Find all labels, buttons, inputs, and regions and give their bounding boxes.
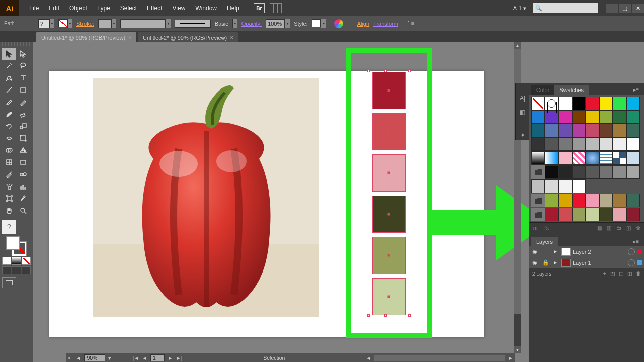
- swatch[interactable]: [545, 151, 558, 165]
- fill-dropdown[interactable]: ▼: [49, 19, 54, 28]
- layers-panel-menu[interactable]: ▸≡: [630, 237, 642, 246]
- swatch[interactable]: [545, 208, 558, 221]
- column-graph-tool[interactable]: [16, 180, 30, 193]
- target-icon[interactable]: [628, 248, 635, 255]
- window-maximize-button[interactable]: ▢: [619, 4, 631, 13]
- pathfinder-panel-icon[interactable]: ◧: [518, 108, 527, 117]
- locate-object-button[interactable]: ⌖: [603, 270, 606, 277]
- swatch[interactable]: [558, 97, 572, 110]
- swatch[interactable]: [613, 194, 626, 207]
- swatch[interactable]: [626, 151, 640, 165]
- new-folder-button[interactable]: 🗀: [616, 225, 621, 231]
- menu-select[interactable]: Select: [115, 1, 142, 16]
- swatch[interactable]: [545, 194, 558, 207]
- swatch[interactable]: [531, 124, 545, 137]
- style-swatch[interactable]: [312, 19, 321, 27]
- menu-file[interactable]: File: [24, 1, 44, 16]
- line-tool[interactable]: [2, 84, 16, 96]
- swatch[interactable]: [613, 110, 626, 124]
- swatch[interactable]: [613, 97, 626, 110]
- swatch[interactable]: [558, 165, 572, 179]
- stroke-weight-input[interactable]: [98, 19, 111, 28]
- swatch[interactable]: [572, 110, 586, 124]
- swatch[interactable]: [599, 194, 613, 207]
- artboard-prev-button[interactable]: ◄: [142, 355, 147, 361]
- screen-mode-button[interactable]: [2, 277, 16, 288]
- menu-effect[interactable]: Effect: [142, 1, 167, 16]
- layer-row[interactable]: ◉ ▶ Layer 2: [529, 246, 644, 257]
- opacity-dropdown[interactable]: ▼: [285, 19, 290, 28]
- fill-swatch[interactable]: ?: [38, 19, 49, 28]
- swatch[interactable]: [586, 194, 599, 207]
- scroll-up-button[interactable]: ▲: [514, 42, 521, 49]
- visibility-toggle[interactable]: ◉: [529, 248, 540, 255]
- isolate-button[interactable]: ⋮≡: [406, 20, 414, 27]
- eraser-tool[interactable]: [16, 108, 30, 120]
- swatch[interactable]: [558, 137, 572, 151]
- make-clipping-mask-button[interactable]: ◰: [610, 270, 615, 277]
- swatch[interactable]: [531, 97, 545, 110]
- placed-image[interactable]: [93, 78, 320, 317]
- window-close-button[interactable]: ✕: [632, 4, 644, 13]
- swatch-group-folder-icon[interactable]: [531, 208, 545, 221]
- symbols-panel-icon[interactable]: ✦: [518, 131, 527, 140]
- profile-dropdown[interactable]: ▼: [232, 19, 237, 28]
- direct-selection-tool[interactable]: [16, 48, 30, 60]
- swatch[interactable]: [599, 137, 613, 151]
- swatch[interactable]: [626, 110, 640, 124]
- swatch[interactable]: [586, 208, 599, 221]
- rectangle-tool[interactable]: [16, 84, 30, 96]
- swatch[interactable]: [626, 124, 640, 137]
- arrange-documents-button[interactable]: [270, 3, 282, 13]
- swatch[interactable]: [613, 151, 626, 165]
- search-input[interactable]: 🔍: [533, 3, 598, 13]
- swatch[interactable]: [626, 137, 640, 151]
- swatch[interactable]: [558, 208, 572, 221]
- menu-object[interactable]: Object: [64, 1, 92, 16]
- draw-inside-button[interactable]: [22, 266, 31, 274]
- swatch[interactable]: [599, 97, 613, 110]
- swatch[interactable]: [586, 151, 599, 165]
- swatch[interactable]: [558, 124, 572, 137]
- menu-view[interactable]: View: [168, 1, 191, 16]
- stroke-swatch[interactable]: [58, 19, 67, 27]
- artboard-first-button[interactable]: |◄: [132, 355, 139, 361]
- swatch[interactable]: [572, 194, 586, 207]
- swatch[interactable]: [572, 165, 586, 179]
- swatch[interactable]: [586, 97, 599, 110]
- swatch[interactable]: [531, 179, 545, 193]
- swatch[interactable]: [558, 194, 572, 207]
- stroke-link[interactable]: Stroke:: [76, 21, 94, 27]
- shape-builder-tool[interactable]: [2, 144, 16, 156]
- stroke-dropdown[interactable]: ▼: [67, 19, 72, 28]
- color-panel-tab[interactable]: Color: [531, 85, 554, 95]
- swatch-libraries-button[interactable]: ⫿⫿.: [532, 225, 539, 231]
- fill-color[interactable]: [6, 236, 20, 250]
- doc-tab-1[interactable]: Untitled-1* @ 90% (RGB/Preview)✕: [36, 32, 136, 42]
- swatch-options-button[interactable]: ▦: [597, 225, 602, 231]
- zoom-input[interactable]: 90%: [84, 354, 105, 361]
- hand-tool[interactable]: [2, 205, 16, 217]
- opacity-link[interactable]: Opacity:: [242, 21, 262, 27]
- swatch-group-folder-icon[interactable]: [531, 165, 545, 179]
- doc-tab-2[interactable]: Untitled-2* @ 90% (RGB/Preview)✕: [138, 32, 238, 42]
- swatch[interactable]: [626, 194, 640, 207]
- swatch[interactable]: [626, 165, 640, 179]
- swatch[interactable]: [572, 208, 586, 221]
- swatch[interactable]: [613, 137, 626, 151]
- swatch[interactable]: [531, 151, 545, 165]
- menu-edit[interactable]: Edit: [44, 1, 64, 16]
- stroke-weight-dropdown[interactable]: ▼: [111, 19, 116, 28]
- blend-tool[interactable]: [16, 168, 30, 180]
- hscroll-thumb[interactable]: [374, 355, 505, 361]
- layers-panel-tab[interactable]: Layers: [531, 237, 558, 246]
- selection-tool[interactable]: [2, 48, 16, 60]
- swatch[interactable]: [586, 124, 599, 137]
- close-tab-icon[interactable]: ✕: [230, 35, 234, 40]
- fill-stroke-control[interactable]: [6, 236, 26, 256]
- selected-swatch-rects[interactable]: [369, 72, 409, 315]
- perspective-grid-tool[interactable]: [16, 144, 30, 156]
- swatch-group-folder-icon[interactable]: [531, 194, 545, 207]
- swatch[interactable]: [613, 124, 626, 137]
- swatch[interactable]: [572, 151, 586, 165]
